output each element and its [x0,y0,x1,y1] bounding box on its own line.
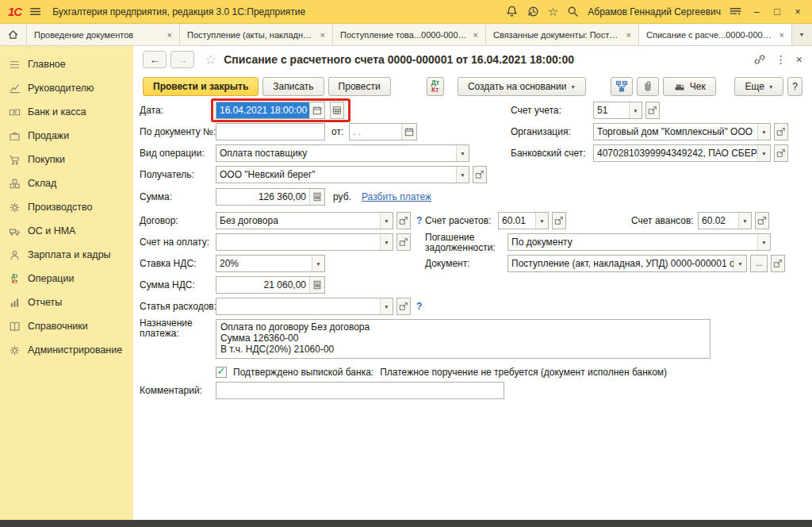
post-button[interactable]: Провести [328,77,391,96]
sidebar-item-sales[interactable]: Продажи [0,124,133,148]
help-button[interactable]: ? [787,77,802,96]
caret-down-icon[interactable]: ▼ [757,145,770,161]
tab-posting-documents[interactable]: Проведение документов × [27,24,180,45]
account-input[interactable]: 51 ▼ [593,102,642,119]
settlement-account-open-button[interactable] [552,212,566,229]
tabs-overflow-button[interactable]: ▼ [792,24,811,45]
caret-down-icon[interactable]: ▼ [380,234,393,250]
contract-help-icon[interactable]: ? [416,212,422,229]
sidebar-item-payroll-hr[interactable]: Зарплата и кадры [0,243,133,267]
sidebar-item-purchases[interactable]: Покупки [0,148,133,171]
tab-close-icon[interactable]: × [779,30,784,40]
invoice-open-button[interactable] [396,233,411,251]
tab-close-icon[interactable]: × [473,30,478,40]
caret-down-icon[interactable]: ▼ [312,256,324,271]
caret-down-icon[interactable]: ▼ [380,213,393,229]
favorite-star-icon[interactable]: ☆ [205,52,216,68]
get-link-icon[interactable] [753,53,766,66]
sidebar-item-operations[interactable]: ДтКт Операции [0,267,133,290]
more-actions-icon[interactable]: ⋮ [776,53,787,66]
tab-related-documents[interactable]: Связанные документы: Поступ... × [486,24,639,45]
sidebar-item-directories[interactable]: Справочники [0,314,133,338]
sidebar-item-bank-cash[interactable]: Банк и касса [0,100,133,124]
organization-open-button[interactable] [774,123,788,140]
user-menu[interactable]: Абрамов Геннадий Сергеевич [588,6,721,17]
minimize-button[interactable]: – [750,6,763,17]
caret-down-icon[interactable]: ▼ [757,124,770,140]
bank-account-open-button[interactable] [774,144,788,162]
expense-item-help-icon[interactable]: ? [416,298,422,315]
history-icon[interactable] [527,5,540,18]
search-icon[interactable] [566,5,580,18]
invoice-input[interactable]: ▼ [216,233,393,251]
more-button[interactable]: Еще ▼ [734,77,783,96]
amount-input[interactable]: 126 360,00 [216,188,325,206]
tab-close-icon[interactable]: × [167,30,172,40]
from-date-input[interactable]: . . [349,123,417,140]
bank-account-input[interactable]: 40702810399994349242, ПАО СБЕРБАНК ▼ [593,144,771,162]
document-input[interactable]: Поступление (акт, накладная, УПД) 0000-0… [508,255,747,272]
check-button[interactable]: Чек [663,77,716,96]
sidebar-item-fixed-assets[interactable]: ОС и НМА [0,219,133,243]
sidebar-item-warehouse[interactable]: Склад [0,171,133,195]
settlement-account-input[interactable]: 60.01 ▼ [498,212,549,229]
operation-type-input[interactable]: Оплата поставщику ▼ [216,144,469,162]
vat-rate-input[interactable]: 20% ▼ [216,255,325,272]
caret-down-icon[interactable]: ▼ [380,298,393,314]
create-based-on-button[interactable]: Создать на основании ▼ [458,77,586,96]
advance-account-open-button[interactable] [755,212,769,229]
save-button[interactable]: Записать [262,77,324,96]
favorites-star-icon[interactable]: ☆ [548,5,558,18]
debt-repayment-input[interactable]: По документу ▼ [508,233,771,251]
account-open-button[interactable] [645,102,660,119]
tab-close-icon[interactable]: × [320,30,325,40]
back-button[interactable]: ← [143,51,167,68]
by-document-input[interactable] [216,123,325,140]
calendar-icon[interactable] [309,102,324,118]
attachments-button[interactable] [637,77,659,96]
close-window-button[interactable]: × [791,6,804,17]
tab-receipt-document[interactable]: Поступление това...0000-000001 × [333,24,486,45]
expense-item-input[interactable]: ▼ [216,298,393,315]
sidebar-item-manager[interactable]: Руководителю [0,76,133,100]
sidebar-item-main[interactable]: Главное [0,52,133,76]
caret-down-icon[interactable]: ▼ [733,256,746,271]
comment-input[interactable] [216,382,504,399]
tab-home[interactable] [0,24,27,45]
recipient-open-button[interactable] [473,166,487,183]
calculator-icon[interactable] [309,189,324,205]
caret-down-icon[interactable]: ▼ [456,167,469,183]
payment-purpose-textarea[interactable]: Оплата по договору Без договора Сумма 12… [216,319,710,359]
calculator-icon[interactable] [309,277,324,293]
tab-writeoff-document[interactable]: Списание с расче...0000-000001 × [639,24,792,45]
notifications-bell-icon[interactable] [505,5,519,18]
bank-confirmed-checkbox[interactable]: ✓ [216,367,227,378]
caret-down-icon[interactable]: ▼ [757,234,770,250]
caret-down-icon[interactable]: ▼ [629,102,642,118]
sidebar-item-administration[interactable]: Администрирование [0,338,133,362]
related-documents-button[interactable] [611,77,633,96]
caret-down-icon[interactable]: ▼ [738,213,751,229]
dtkt-button[interactable]: ДтКт [427,77,444,96]
tab-close-icon[interactable]: × [626,30,631,40]
main-menu-icon[interactable] [29,5,42,18]
caret-down-icon[interactable]: ▼ [456,145,469,161]
contract-input[interactable]: Без договора ▼ [216,212,393,229]
post-and-close-button[interactable]: Провести и закрыть [143,77,259,96]
document-open-button[interactable] [771,255,785,272]
calendar-icon[interactable] [401,124,416,140]
document-choose-button[interactable]: ... [750,255,768,272]
contract-open-button[interactable] [396,212,411,229]
tab-receipts-list[interactable]: Поступление (акты, накладные... × [180,24,333,45]
vat-amount-input[interactable]: 21 060,00 [216,276,325,294]
forward-button[interactable]: → [170,51,194,68]
recipient-input[interactable]: ООО "Невский берег" ▼ [216,166,469,183]
date-grid-button[interactable] [330,102,344,119]
caret-down-icon[interactable]: ▼ [535,213,548,229]
split-payment-link[interactable]: Разбить платеж [362,188,431,206]
organization-input[interactable]: Торговый дом "Комплексный" ООО ▼ [593,123,771,140]
date-input[interactable]: 16.04.2021 18:00:00 [216,102,325,119]
service-menu-icon[interactable] [729,5,742,18]
expense-item-open-button[interactable] [396,298,411,315]
close-form-button[interactable]: × [796,53,802,66]
